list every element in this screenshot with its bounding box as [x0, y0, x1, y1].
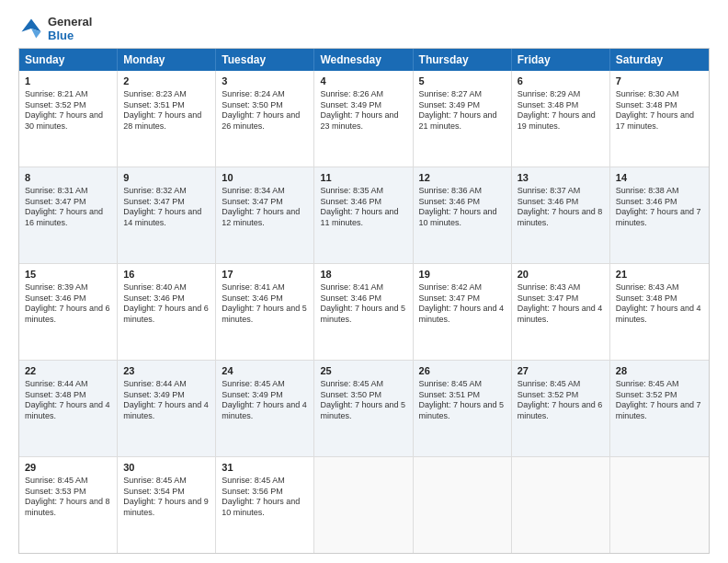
cell-info: Sunrise: 8:45 AMSunset: 3:52 PMDaylight:… — [616, 379, 703, 422]
cell-info: Sunrise: 8:43 AMSunset: 3:47 PMDaylight:… — [518, 282, 604, 326]
calendar-row: 1Sunrise: 8:21 AMSunset: 3:52 PMDaylight… — [19, 71, 709, 167]
day-cell-21: 21Sunrise: 8:43 AMSunset: 3:48 PMDayligh… — [610, 264, 709, 360]
empty-cell — [512, 457, 610, 553]
cell-info: Sunrise: 8:44 AMSunset: 3:48 PMDaylight:… — [25, 379, 111, 422]
header-cell-tuesday: Tuesday — [216, 49, 314, 71]
header-cell-wednesday: Wednesday — [314, 49, 413, 71]
cell-info: Sunrise: 8:38 AMSunset: 3:46 PMDaylight:… — [616, 186, 703, 229]
logo-icon — [18, 16, 44, 41]
day-cell-6: 6Sunrise: 8:29 AMSunset: 3:48 PMDaylight… — [512, 71, 610, 167]
day-number: 13 — [518, 171, 604, 185]
day-cell-7: 7Sunrise: 8:30 AMSunset: 3:48 PMDaylight… — [610, 71, 709, 167]
day-cell-27: 27Sunrise: 8:45 AMSunset: 3:52 PMDayligh… — [512, 361, 610, 456]
day-cell-11: 11Sunrise: 8:35 AMSunset: 3:46 PMDayligh… — [314, 167, 413, 263]
day-number: 9 — [123, 171, 210, 185]
day-cell-23: 23Sunrise: 8:44 AMSunset: 3:49 PMDayligh… — [118, 361, 216, 456]
day-number: 22 — [25, 364, 111, 378]
day-cell-25: 25Sunrise: 8:45 AMSunset: 3:50 PMDayligh… — [314, 361, 413, 456]
day-number: 2 — [123, 75, 210, 88]
cell-info: Sunrise: 8:45 AMSunset: 3:51 PMDaylight:… — [419, 379, 506, 422]
day-cell-5: 5Sunrise: 8:27 AMSunset: 3:49 PMDaylight… — [414, 71, 512, 167]
day-number: 26 — [419, 364, 506, 378]
day-cell-24: 24Sunrise: 8:45 AMSunset: 3:49 PMDayligh… — [216, 361, 314, 456]
cell-info: Sunrise: 8:41 AMSunset: 3:46 PMDaylight:… — [222, 282, 308, 326]
day-number: 24 — [222, 364, 308, 378]
day-number: 6 — [518, 75, 604, 88]
logo-text: General Blue — [48, 15, 92, 42]
cell-info: Sunrise: 8:45 AMSunset: 3:50 PMDaylight:… — [320, 379, 406, 422]
day-number: 4 — [320, 75, 406, 88]
cell-info: Sunrise: 8:34 AMSunset: 3:47 PMDaylight:… — [222, 186, 308, 229]
empty-cell — [610, 457, 709, 553]
cell-info: Sunrise: 8:35 AMSunset: 3:46 PMDaylight:… — [320, 186, 406, 229]
calendar-row: 15Sunrise: 8:39 AMSunset: 3:46 PMDayligh… — [19, 264, 709, 361]
cell-info: Sunrise: 8:26 AMSunset: 3:49 PMDaylight:… — [320, 89, 406, 132]
calendar-body: 1Sunrise: 8:21 AMSunset: 3:52 PMDaylight… — [19, 71, 709, 553]
empty-cell — [314, 457, 413, 553]
cell-info: Sunrise: 8:41 AMSunset: 3:46 PMDaylight:… — [320, 282, 406, 326]
day-number: 1 — [25, 75, 111, 88]
day-number: 23 — [123, 364, 210, 378]
day-number: 27 — [518, 364, 604, 378]
day-cell-2: 2Sunrise: 8:23 AMSunset: 3:51 PMDaylight… — [118, 71, 216, 167]
logo: General Blue — [18, 15, 92, 42]
day-number: 14 — [616, 171, 703, 185]
cell-info: Sunrise: 8:23 AMSunset: 3:51 PMDaylight:… — [123, 89, 210, 132]
day-number: 21 — [616, 268, 703, 282]
cell-info: Sunrise: 8:42 AMSunset: 3:47 PMDaylight:… — [419, 282, 506, 326]
day-cell-3: 3Sunrise: 8:24 AMSunset: 3:50 PMDaylight… — [216, 71, 314, 167]
cell-info: Sunrise: 8:31 AMSunset: 3:47 PMDaylight:… — [25, 186, 111, 229]
cell-info: Sunrise: 8:24 AMSunset: 3:50 PMDaylight:… — [222, 89, 308, 132]
cell-info: Sunrise: 8:44 AMSunset: 3:49 PMDaylight:… — [123, 379, 210, 422]
day-number: 29 — [25, 461, 111, 475]
day-number: 8 — [25, 171, 111, 185]
cell-info: Sunrise: 8:39 AMSunset: 3:46 PMDaylight:… — [25, 282, 111, 326]
day-cell-30: 30Sunrise: 8:45 AMSunset: 3:54 PMDayligh… — [118, 457, 216, 553]
page-header: General Blue — [18, 15, 710, 42]
day-number: 12 — [419, 171, 506, 185]
cell-info: Sunrise: 8:27 AMSunset: 3:49 PMDaylight:… — [419, 89, 506, 132]
calendar: SundayMondayTuesdayWednesdayThursdayFrid… — [18, 48, 710, 554]
header-cell-thursday: Thursday — [414, 49, 512, 71]
cell-info: Sunrise: 8:32 AMSunset: 3:47 PMDaylight:… — [123, 186, 210, 229]
cell-info: Sunrise: 8:45 AMSunset: 3:49 PMDaylight:… — [222, 379, 308, 422]
day-number: 10 — [222, 171, 308, 185]
calendar-row: 22Sunrise: 8:44 AMSunset: 3:48 PMDayligh… — [19, 361, 709, 457]
cell-info: Sunrise: 8:45 AMSunset: 3:52 PMDaylight:… — [518, 379, 604, 422]
calendar-header: SundayMondayTuesdayWednesdayThursdayFrid… — [19, 49, 709, 71]
day-cell-4: 4Sunrise: 8:26 AMSunset: 3:49 PMDaylight… — [314, 71, 413, 167]
header-cell-friday: Friday — [512, 49, 610, 71]
day-cell-9: 9Sunrise: 8:32 AMSunset: 3:47 PMDaylight… — [118, 167, 216, 263]
day-number: 3 — [222, 75, 308, 88]
cell-info: Sunrise: 8:45 AMSunset: 3:54 PMDaylight:… — [123, 476, 210, 519]
cell-info: Sunrise: 8:43 AMSunset: 3:48 PMDaylight:… — [616, 282, 703, 326]
day-number: 25 — [320, 364, 406, 378]
day-cell-12: 12Sunrise: 8:36 AMSunset: 3:46 PMDayligh… — [414, 167, 512, 263]
day-number: 16 — [123, 268, 210, 282]
day-cell-15: 15Sunrise: 8:39 AMSunset: 3:46 PMDayligh… — [19, 264, 118, 360]
calendar-row: 29Sunrise: 8:45 AMSunset: 3:53 PMDayligh… — [19, 457, 709, 553]
cell-info: Sunrise: 8:21 AMSunset: 3:52 PMDaylight:… — [25, 89, 111, 132]
day-cell-18: 18Sunrise: 8:41 AMSunset: 3:46 PMDayligh… — [314, 264, 413, 360]
day-number: 5 — [419, 75, 506, 88]
day-cell-17: 17Sunrise: 8:41 AMSunset: 3:46 PMDayligh… — [216, 264, 314, 360]
cell-info: Sunrise: 8:30 AMSunset: 3:48 PMDaylight:… — [616, 89, 703, 132]
day-number: 30 — [123, 461, 210, 475]
header-cell-sunday: Sunday — [19, 49, 118, 71]
cell-info: Sunrise: 8:45 AMSunset: 3:53 PMDaylight:… — [25, 476, 111, 519]
day-cell-20: 20Sunrise: 8:43 AMSunset: 3:47 PMDayligh… — [512, 264, 610, 360]
day-number: 20 — [518, 268, 604, 282]
day-number: 18 — [320, 268, 406, 282]
day-cell-26: 26Sunrise: 8:45 AMSunset: 3:51 PMDayligh… — [414, 361, 512, 456]
cell-info: Sunrise: 8:45 AMSunset: 3:56 PMDaylight:… — [222, 476, 308, 519]
day-cell-16: 16Sunrise: 8:40 AMSunset: 3:46 PMDayligh… — [118, 264, 216, 360]
cell-info: Sunrise: 8:40 AMSunset: 3:46 PMDaylight:… — [123, 282, 210, 326]
cell-info: Sunrise: 8:36 AMSunset: 3:46 PMDaylight:… — [419, 186, 506, 229]
day-cell-19: 19Sunrise: 8:42 AMSunset: 3:47 PMDayligh… — [414, 264, 512, 360]
day-number: 17 — [222, 268, 308, 282]
day-cell-22: 22Sunrise: 8:44 AMSunset: 3:48 PMDayligh… — [19, 361, 118, 456]
header-cell-monday: Monday — [118, 49, 216, 71]
day-cell-28: 28Sunrise: 8:45 AMSunset: 3:52 PMDayligh… — [610, 361, 709, 456]
day-number: 28 — [616, 364, 703, 378]
day-number: 15 — [25, 268, 111, 282]
